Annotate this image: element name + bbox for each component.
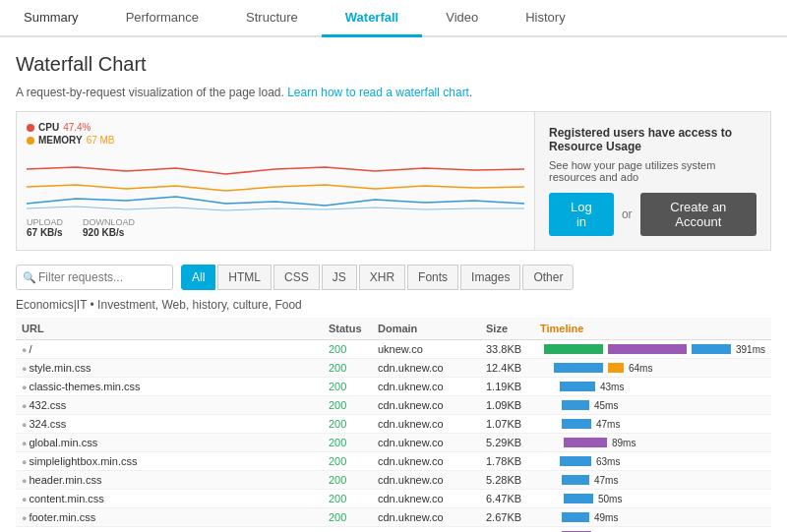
row-dot: ● [22, 513, 27, 523]
row-dot: ● [22, 476, 27, 486]
timeline-bar: 50ms [540, 494, 765, 504]
download-legend: DOWNLOAD 920 KB/s [83, 217, 135, 238]
cell-url: ●324.css [16, 415, 323, 434]
cell-url: ●header.min.css [16, 471, 323, 490]
timeline-bar: 63ms [540, 456, 765, 467]
cell-size: 12.4KB [480, 359, 534, 378]
cell-url: ●footer.min.css [16, 508, 323, 527]
login-button[interactable]: Log in [549, 193, 614, 236]
memory-value: 67 MB [87, 135, 115, 146]
tab-structure[interactable]: Structure [222, 0, 322, 37]
cpu-value: 47.4% [63, 122, 91, 133]
bottom-legend: UPLOAD 67 KB/s DOWNLOAD 920 KB/s [27, 217, 524, 238]
filter-fonts[interactable]: Fonts [407, 265, 458, 290]
cell-status: 200 [323, 378, 372, 396]
cell-size: 1.19KB [480, 378, 534, 396]
table-row[interactable]: ●classic-themes.min.css 200 cdn.uknew.co… [16, 378, 771, 396]
tab-waterfall[interactable]: Waterfall [322, 0, 422, 37]
filter-images[interactable]: Images [460, 265, 520, 290]
row-dot: ● [22, 364, 27, 374]
table-row[interactable]: ●/ 200 uknew.co 33.8KB 391ms [16, 340, 771, 359]
memory-legend: MEMORY 67 MB [27, 135, 524, 146]
filter-other[interactable]: Other [522, 265, 574, 290]
row-dot: ● [22, 420, 27, 430]
timeline-bar: 49ms [540, 512, 765, 523]
filter-html[interactable]: HTML [217, 265, 272, 290]
col-domain: Domain [372, 318, 480, 340]
table-row[interactable]: ●style.min.css 200 cdn.uknew.co 12.4KB 6… [16, 359, 771, 378]
cell-url: ●/ [16, 340, 323, 359]
table-row[interactable]: ●menu-addon.css 200 cdn.uknew.co 2.02KB … [16, 527, 771, 533]
cell-size: 2.67KB [480, 508, 534, 527]
cell-domain: cdn.uknew.co [372, 359, 480, 378]
timeline-bar: 45ms [540, 400, 765, 411]
chart-left-panel: CPU 47.4% MEMORY 67 MB [17, 112, 534, 250]
memory-dot [27, 137, 34, 145]
filter-all[interactable]: All [181, 265, 215, 290]
timeline-bar: 89ms [540, 438, 765, 448]
cell-domain: cdn.uknew.co [372, 396, 480, 415]
promo-title: Registered users have access to Resource… [549, 126, 757, 153]
cell-url: ●style.min.css [16, 359, 323, 378]
filter-js[interactable]: JS [322, 265, 357, 290]
cell-domain: cdn.uknew.co [372, 508, 480, 527]
waterfall-table-wrapper: URL Status Domain Size Timeline ●/ 200 u… [16, 318, 771, 532]
timeline-time: 89ms [612, 438, 636, 448]
col-timeline: Timeline [534, 318, 771, 340]
timeline-bar: 43ms [540, 382, 765, 392]
memory-label: MEMORY [38, 135, 83, 146]
resource-chart-container: CPU 47.4% MEMORY 67 MB [16, 111, 771, 251]
cell-url: ●global.min.css [16, 434, 323, 452]
tab-video[interactable]: Video [422, 0, 502, 37]
col-url: URL [16, 318, 323, 340]
timeline-time: 63ms [596, 456, 620, 467]
cell-timeline: 50ms [534, 490, 771, 508]
cell-status: 200 [323, 434, 372, 452]
cell-timeline: 47ms [534, 415, 771, 434]
filter-css[interactable]: CSS [273, 265, 320, 290]
or-separator: or [622, 207, 633, 221]
row-dot: ● [22, 457, 27, 467]
table-header-row: URL Status Domain Size Timeline [16, 318, 771, 340]
table-row[interactable]: ●global.min.css 200 cdn.uknew.co 5.29KB … [16, 434, 771, 452]
timeline-bar: 391ms [540, 344, 765, 355]
promo-panel: Registered users have access to Resource… [534, 112, 770, 250]
timeline-time: 391ms [736, 344, 765, 355]
cell-size: 1.09KB [480, 396, 534, 415]
timeline-time: 49ms [594, 512, 618, 523]
cell-status: 200 [323, 359, 372, 378]
chart-legend: CPU 47.4% MEMORY 67 MB [27, 122, 524, 146]
table-row[interactable]: ●footer.min.css 200 cdn.uknew.co 2.67KB … [16, 508, 771, 527]
table-row[interactable]: ●content.min.css 200 cdn.uknew.co 6.47KB… [16, 490, 771, 508]
table-row[interactable]: ●324.css 200 cdn.uknew.co 1.07KB 47ms [16, 415, 771, 434]
site-info: Economics|IT • Investment, Web, history,… [16, 298, 771, 312]
cell-domain: cdn.uknew.co [372, 471, 480, 490]
page-title: Waterfall Chart [16, 53, 771, 76]
cell-url: ●content.min.css [16, 490, 323, 508]
cell-domain: cdn.uknew.co [372, 415, 480, 434]
tab-history[interactable]: History [502, 0, 588, 37]
cell-status: 200 [323, 527, 372, 533]
filter-input[interactable] [16, 265, 173, 290]
table-row[interactable]: ●432.css 200 cdn.uknew.co 1.09KB 45ms [16, 396, 771, 415]
timeline-time: 47ms [594, 475, 618, 486]
timeline-bar: 47ms [540, 419, 765, 430]
learn-more-link[interactable]: Learn how to read a waterfall chart [287, 86, 469, 99]
filter-input-wrapper: 🔍 [16, 265, 173, 290]
tab-summary[interactable]: Summary [0, 0, 102, 37]
create-account-button[interactable]: Create an Account [640, 193, 757, 236]
table-row[interactable]: ●simplelightbox.min.css 200 cdn.uknew.co… [16, 452, 771, 471]
tab-performance[interactable]: Performance [102, 0, 222, 37]
cell-url: ●simplelightbox.min.css [16, 452, 323, 471]
cell-size: 2.02KB [480, 527, 534, 533]
cell-timeline: 49ms [534, 508, 771, 527]
cell-status: 200 [323, 490, 372, 508]
row-dot: ● [22, 345, 27, 355]
table-body: ●/ 200 uknew.co 33.8KB 391ms ●style.min.… [16, 340, 771, 533]
timeline-time: 64ms [629, 363, 652, 374]
cell-timeline: 45ms [534, 396, 771, 415]
upload-legend: UPLOAD 67 KB/s [27, 217, 63, 238]
cell-domain: cdn.uknew.co [372, 490, 480, 508]
table-row[interactable]: ●header.min.css 200 cdn.uknew.co 5.28KB … [16, 471, 771, 490]
filter-xhr[interactable]: XHR [359, 265, 405, 290]
